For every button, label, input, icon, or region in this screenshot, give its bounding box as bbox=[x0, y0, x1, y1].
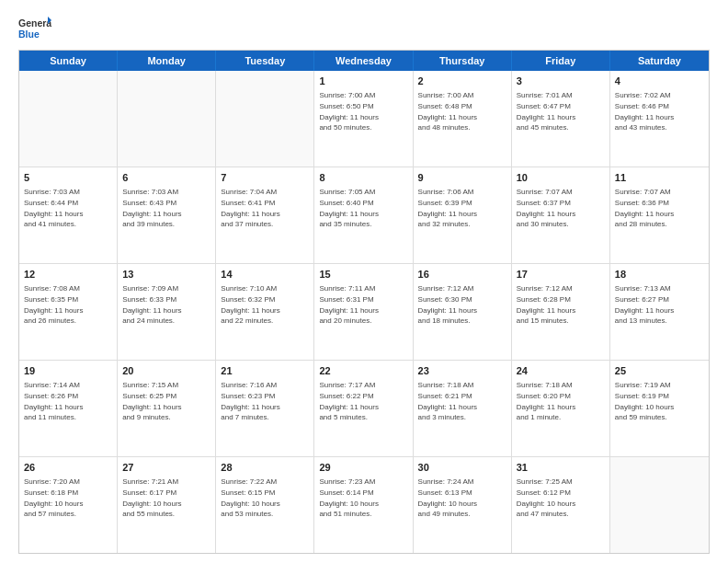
weekday-header-monday: Monday bbox=[118, 51, 216, 71]
day-info: Sunrise: 7:10 AMSunset: 6:32 PMDaylight:… bbox=[221, 283, 309, 326]
day-number: 12 bbox=[24, 268, 112, 282]
day-number: 1 bbox=[319, 75, 407, 88]
day-info: Sunrise: 7:02 AMSunset: 6:46 PMDaylight:… bbox=[615, 90, 704, 132]
day-info: Sunrise: 7:01 AMSunset: 6:47 PMDaylight:… bbox=[517, 90, 605, 132]
calendar-cell-29: 29Sunrise: 7:23 AMSunset: 6:14 PMDayligh… bbox=[314, 457, 413, 553]
day-info: Sunrise: 7:15 AMSunset: 6:25 PMDaylight:… bbox=[122, 380, 210, 422]
calendar-cell-1: 1Sunrise: 7:00 AMSunset: 6:50 PMDaylight… bbox=[314, 71, 413, 167]
day-info: Sunrise: 7:12 AMSunset: 6:28 PMDaylight:… bbox=[517, 283, 605, 326]
calendar-row-1: 1Sunrise: 7:00 AMSunset: 6:50 PMDaylight… bbox=[19, 71, 709, 167]
day-number: 25 bbox=[615, 364, 704, 378]
page: General Blue SundayMondayTuesdayWednesda… bbox=[0, 0, 728, 563]
calendar-cell-27: 27Sunrise: 7:21 AMSunset: 6:17 PMDayligh… bbox=[118, 457, 216, 553]
calendar-cell-31: 31Sunrise: 7:25 AMSunset: 6:12 PMDayligh… bbox=[512, 457, 610, 553]
day-number: 7 bbox=[221, 171, 309, 185]
svg-text:Blue: Blue bbox=[18, 29, 40, 40]
calendar-cell-12: 12Sunrise: 7:08 AMSunset: 6:35 PMDayligh… bbox=[19, 264, 118, 360]
day-info: Sunrise: 7:11 AMSunset: 6:31 PMDaylight:… bbox=[319, 283, 407, 326]
calendar-cell-19: 19Sunrise: 7:14 AMSunset: 6:26 PMDayligh… bbox=[19, 361, 118, 456]
day-info: Sunrise: 7:12 AMSunset: 6:30 PMDaylight:… bbox=[418, 283, 506, 326]
day-number: 22 bbox=[319, 364, 407, 378]
day-info: Sunrise: 7:18 AMSunset: 6:21 PMDaylight:… bbox=[418, 380, 506, 422]
day-info: Sunrise: 7:14 AMSunset: 6:26 PMDaylight:… bbox=[24, 380, 112, 422]
calendar-cell-28: 28Sunrise: 7:22 AMSunset: 6:15 PMDayligh… bbox=[216, 457, 314, 553]
day-info: Sunrise: 7:03 AMSunset: 6:43 PMDaylight:… bbox=[122, 187, 210, 229]
day-info: Sunrise: 7:20 AMSunset: 6:18 PMDaylight:… bbox=[24, 477, 112, 519]
day-number: 18 bbox=[615, 268, 704, 282]
calendar-cell-11: 11Sunrise: 7:07 AMSunset: 6:36 PMDayligh… bbox=[610, 167, 709, 263]
calendar-cell-8: 8Sunrise: 7:05 AMSunset: 6:40 PMDaylight… bbox=[314, 167, 413, 263]
calendar: SundayMondayTuesdayWednesdayThursdayFrid… bbox=[18, 50, 710, 554]
calendar-cell-22: 22Sunrise: 7:17 AMSunset: 6:22 PMDayligh… bbox=[314, 361, 413, 456]
calendar-row-3: 12Sunrise: 7:08 AMSunset: 6:35 PMDayligh… bbox=[19, 264, 709, 361]
calendar-cell-6: 6Sunrise: 7:03 AMSunset: 6:43 PMDaylight… bbox=[118, 167, 216, 263]
weekday-header-thursday: Thursday bbox=[414, 51, 512, 71]
calendar-cell-empty bbox=[19, 71, 118, 167]
calendar-cell-10: 10Sunrise: 7:07 AMSunset: 6:37 PMDayligh… bbox=[512, 167, 610, 263]
calendar-cell-empty bbox=[610, 457, 709, 553]
day-info: Sunrise: 7:04 AMSunset: 6:41 PMDaylight:… bbox=[221, 187, 309, 229]
calendar-cell-25: 25Sunrise: 7:19 AMSunset: 6:19 PMDayligh… bbox=[610, 361, 709, 456]
day-info: Sunrise: 7:18 AMSunset: 6:20 PMDaylight:… bbox=[517, 380, 605, 422]
day-number: 2 bbox=[418, 75, 506, 88]
calendar-cell-14: 14Sunrise: 7:10 AMSunset: 6:32 PMDayligh… bbox=[216, 264, 314, 360]
day-number: 20 bbox=[122, 364, 210, 378]
calendar-cell-17: 17Sunrise: 7:12 AMSunset: 6:28 PMDayligh… bbox=[512, 264, 610, 360]
calendar-cell-9: 9Sunrise: 7:06 AMSunset: 6:39 PMDaylight… bbox=[414, 167, 512, 263]
day-info: Sunrise: 7:09 AMSunset: 6:33 PMDaylight:… bbox=[122, 283, 210, 326]
calendar-cell-15: 15Sunrise: 7:11 AMSunset: 6:31 PMDayligh… bbox=[314, 264, 413, 360]
day-number: 30 bbox=[418, 461, 506, 475]
day-info: Sunrise: 7:06 AMSunset: 6:39 PMDaylight:… bbox=[418, 187, 506, 229]
calendar-header: SundayMondayTuesdayWednesdayThursdayFrid… bbox=[19, 51, 709, 71]
day-number: 5 bbox=[24, 171, 112, 185]
day-number: 29 bbox=[319, 461, 407, 475]
calendar-cell-21: 21Sunrise: 7:16 AMSunset: 6:23 PMDayligh… bbox=[216, 361, 314, 456]
svg-text:General: General bbox=[18, 17, 51, 29]
day-number: 23 bbox=[418, 364, 506, 378]
day-info: Sunrise: 7:25 AMSunset: 6:12 PMDaylight:… bbox=[517, 477, 605, 519]
day-info: Sunrise: 7:19 AMSunset: 6:19 PMDaylight:… bbox=[615, 380, 704, 422]
calendar-row-2: 5Sunrise: 7:03 AMSunset: 6:44 PMDaylight… bbox=[19, 167, 709, 264]
calendar-row-4: 19Sunrise: 7:14 AMSunset: 6:26 PMDayligh… bbox=[19, 361, 709, 457]
day-number: 17 bbox=[517, 268, 605, 282]
day-number: 10 bbox=[517, 171, 605, 185]
day-number: 26 bbox=[24, 461, 112, 475]
day-info: Sunrise: 7:17 AMSunset: 6:22 PMDaylight:… bbox=[319, 380, 407, 422]
day-number: 24 bbox=[517, 364, 605, 378]
weekday-header-wednesday: Wednesday bbox=[314, 51, 413, 71]
calendar-cell-2: 2Sunrise: 7:00 AMSunset: 6:48 PMDaylight… bbox=[414, 71, 512, 167]
calendar-cell-7: 7Sunrise: 7:04 AMSunset: 6:41 PMDaylight… bbox=[216, 167, 314, 263]
weekday-header-tuesday: Tuesday bbox=[216, 51, 314, 71]
day-info: Sunrise: 7:00 AMSunset: 6:50 PMDaylight:… bbox=[319, 90, 407, 132]
day-number: 27 bbox=[122, 461, 210, 475]
logo: General Blue bbox=[18, 15, 51, 42]
day-info: Sunrise: 7:03 AMSunset: 6:44 PMDaylight:… bbox=[24, 187, 112, 229]
day-info: Sunrise: 7:05 AMSunset: 6:40 PMDaylight:… bbox=[319, 187, 407, 229]
day-info: Sunrise: 7:24 AMSunset: 6:13 PMDaylight:… bbox=[418, 477, 506, 519]
logo-svg: General Blue bbox=[18, 15, 51, 42]
calendar-row-5: 26Sunrise: 7:20 AMSunset: 6:18 PMDayligh… bbox=[19, 457, 709, 553]
day-number: 15 bbox=[319, 268, 407, 282]
calendar-cell-empty bbox=[118, 71, 216, 167]
calendar-cell-13: 13Sunrise: 7:09 AMSunset: 6:33 PMDayligh… bbox=[118, 264, 216, 360]
day-info: Sunrise: 7:22 AMSunset: 6:15 PMDaylight:… bbox=[221, 477, 309, 519]
day-number: 4 bbox=[615, 75, 704, 88]
day-number: 11 bbox=[615, 171, 704, 185]
calendar-cell-26: 26Sunrise: 7:20 AMSunset: 6:18 PMDayligh… bbox=[19, 457, 118, 553]
day-info: Sunrise: 7:16 AMSunset: 6:23 PMDaylight:… bbox=[221, 380, 309, 422]
day-number: 28 bbox=[221, 461, 309, 475]
day-info: Sunrise: 7:08 AMSunset: 6:35 PMDaylight:… bbox=[24, 283, 112, 326]
calendar-cell-3: 3Sunrise: 7:01 AMSunset: 6:47 PMDaylight… bbox=[512, 71, 610, 167]
day-info: Sunrise: 7:21 AMSunset: 6:17 PMDaylight:… bbox=[122, 477, 210, 519]
day-number: 9 bbox=[418, 171, 506, 185]
day-number: 14 bbox=[221, 268, 309, 282]
day-number: 8 bbox=[319, 171, 407, 185]
calendar-cell-24: 24Sunrise: 7:18 AMSunset: 6:20 PMDayligh… bbox=[512, 361, 610, 456]
calendar-cell-20: 20Sunrise: 7:15 AMSunset: 6:25 PMDayligh… bbox=[118, 361, 216, 456]
weekday-header-sunday: Sunday bbox=[19, 51, 118, 71]
day-info: Sunrise: 7:13 AMSunset: 6:27 PMDaylight:… bbox=[615, 283, 704, 326]
weekday-header-saturday: Saturday bbox=[610, 51, 709, 71]
day-number: 21 bbox=[221, 364, 309, 378]
day-info: Sunrise: 7:07 AMSunset: 6:36 PMDaylight:… bbox=[615, 187, 704, 229]
calendar-cell-4: 4Sunrise: 7:02 AMSunset: 6:46 PMDaylight… bbox=[610, 71, 709, 167]
